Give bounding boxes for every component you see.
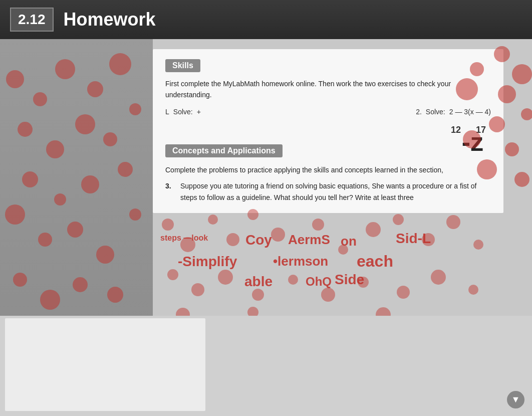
scroll-down-button[interactable]: ▼ (507, 391, 524, 408)
scatter-side: Side (335, 272, 364, 288)
bottom-area: ▼ (0, 316, 532, 416)
svg-point-11 (54, 193, 66, 205)
svg-point-54 (397, 286, 410, 299)
scatter-coy: Coy (245, 232, 272, 248)
svg-point-15 (38, 233, 52, 247)
problem3-number: 3. (165, 180, 175, 191)
scatter-able: able (244, 274, 273, 290)
svg-point-6 (18, 122, 33, 137)
svg-point-52 (321, 288, 335, 302)
svg-point-50 (252, 289, 264, 301)
svg-point-37 (226, 233, 239, 246)
svg-point-18 (129, 209, 141, 221)
svg-point-5 (129, 103, 141, 115)
section-number: 2.12 (10, 8, 54, 32)
svg-point-42 (366, 222, 381, 237)
svg-point-55 (431, 270, 446, 285)
bottom-panel-left (5, 318, 205, 411)
scatter-each: each (357, 252, 393, 271)
scatter-steps: steps —look (160, 234, 208, 243)
scroll-down-icon: ▼ (511, 394, 520, 405)
svg-point-28 (521, 108, 532, 120)
svg-point-23 (494, 46, 510, 62)
svg-point-10 (22, 171, 38, 187)
header-bar: 2.12 Homework (0, 0, 532, 39)
svg-point-3 (87, 81, 103, 97)
scatter-on: on (341, 234, 357, 249)
svg-point-31 (505, 142, 519, 156)
svg-point-4 (109, 53, 131, 75)
scatter-aerms: AermS (288, 232, 330, 248)
svg-point-48 (191, 283, 204, 296)
svg-point-36 (208, 215, 218, 225)
svg-point-32 (477, 159, 497, 179)
svg-point-30 (463, 130, 481, 148)
svg-point-7 (46, 140, 64, 158)
svg-point-29 (489, 116, 505, 132)
exercise1-label: Solve: (173, 108, 193, 116)
svg-point-34 (162, 219, 174, 231)
scatter-sidl: Sid-L (396, 231, 431, 247)
svg-point-40 (312, 219, 324, 231)
svg-point-1 (33, 92, 47, 106)
right-decoration (377, 39, 532, 199)
svg-point-14 (5, 204, 25, 225)
svg-point-17 (96, 246, 114, 264)
scatter-simplify: -Simplify (178, 254, 237, 270)
svg-point-8 (75, 114, 95, 134)
svg-point-24 (512, 64, 532, 84)
svg-point-49 (218, 270, 233, 285)
scatter-ohq: OhQ (306, 275, 332, 289)
exercise1-number: L (165, 108, 169, 116)
skills-badge: Skills (165, 59, 200, 72)
svg-point-9 (103, 132, 117, 146)
svg-point-12 (81, 175, 99, 193)
svg-point-33 (514, 172, 529, 187)
svg-point-45 (446, 215, 460, 229)
svg-point-21 (73, 277, 88, 292)
svg-point-2 (55, 59, 75, 79)
svg-point-43 (393, 214, 404, 225)
svg-point-39 (271, 228, 285, 242)
svg-point-16 (67, 222, 83, 238)
exercise1-expr: + (197, 108, 201, 116)
svg-point-20 (40, 290, 60, 310)
svg-point-0 (6, 70, 24, 88)
scatter-lermson: •lermson (273, 254, 328, 269)
svg-point-47 (167, 269, 178, 280)
exercise-1: L Solve: + (165, 108, 201, 116)
svg-point-51 (288, 275, 298, 285)
page-title: Homework (64, 9, 156, 30)
svg-point-46 (473, 240, 483, 250)
svg-point-22 (107, 287, 123, 303)
svg-point-25 (470, 62, 484, 76)
svg-point-27 (456, 78, 478, 100)
svg-point-13 (118, 162, 133, 177)
concepts-badge: Concepts and Applications (165, 144, 283, 157)
svg-point-26 (498, 85, 516, 103)
svg-point-56 (468, 285, 478, 295)
svg-point-19 (13, 273, 27, 287)
